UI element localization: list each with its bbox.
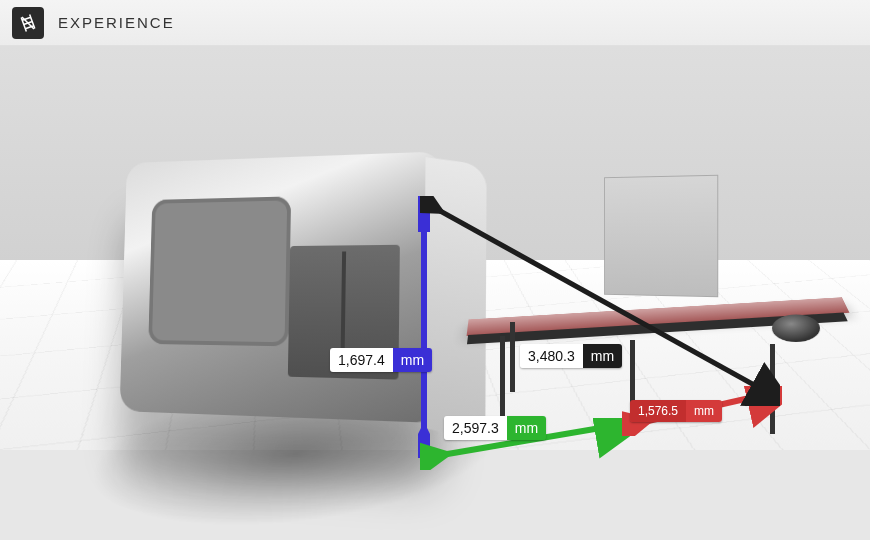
measure-unit: mm: [583, 344, 622, 368]
page-title: EXPERIENCE: [58, 14, 175, 31]
measure-value: 2,597.3: [444, 416, 507, 440]
measure-value: 1,576.5: [630, 400, 686, 422]
measure-value: 3,480.3: [520, 344, 583, 368]
app-logo[interactable]: [12, 7, 44, 39]
machine-body[interactable]: [120, 151, 443, 423]
measure-label-depth[interactable]: 2,597.3 mm: [444, 416, 546, 440]
machine-window: [148, 196, 291, 346]
measure-unit: mm: [686, 400, 722, 422]
diagonal-arrow: [420, 196, 780, 406]
measure-label-diagonal[interactable]: 3,480.3 mm: [520, 344, 622, 368]
measure-value: 1,697.4: [330, 348, 393, 372]
viewport-3d[interactable]: 1,697.4 mm 2,597.3 mm 3,480.3 mm 1,576.5…: [0, 46, 870, 540]
ladder-icon: [19, 14, 37, 32]
measure-unit: mm: [393, 348, 432, 372]
measure-unit: mm: [507, 416, 546, 440]
measure-label-height[interactable]: 1,697.4 mm: [330, 348, 432, 372]
measure-label-width[interactable]: 1,576.5 mm: [630, 400, 722, 422]
app-header: EXPERIENCE: [0, 0, 870, 46]
